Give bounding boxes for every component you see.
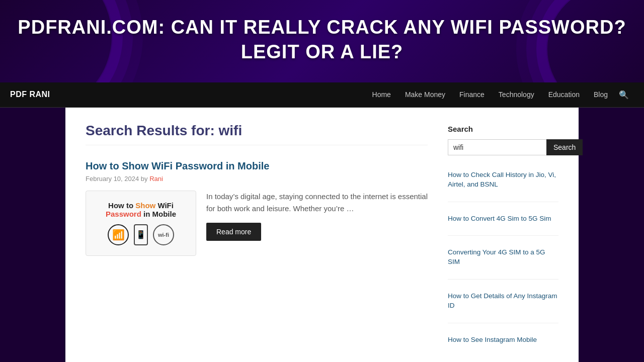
sidebar-link-2[interactable]: How to Convert 4G Sim to 5G Sim: [448, 214, 558, 224]
article-thumbnail: How to Show WiFi Password in Mobile 📶 📱 …: [86, 191, 196, 256]
hero-title: PDFRANI.COM: CAN IT REALLY CRACK ANY WIF…: [10, 15, 634, 65]
wifi-icon: 📶: [108, 224, 129, 245]
list-item: How to Get Details of Any Instagram ID: [448, 292, 558, 311]
divider: [448, 235, 558, 236]
list-item: How to See Instagram Mobile: [448, 335, 558, 345]
sidebar-search-input[interactable]: [448, 139, 546, 155]
article-title-link[interactable]: How to Show WiFi Password in Mobile: [86, 160, 269, 171]
article-body: How to Show WiFi Password in Mobile 📶 📱 …: [86, 191, 428, 256]
nav-item-education[interactable]: Education: [542, 87, 586, 102]
chat-icon: wi-fi: [153, 224, 174, 245]
sidebar-search-title: Search: [448, 125, 558, 133]
list-item: How to Convert 4G Sim to 5G Sim: [448, 214, 558, 224]
nav-links: Home Make Money Finance Technology Educa…: [366, 87, 614, 102]
article-excerpt: In today’s digital age, staying connecte…: [206, 191, 428, 241]
sidebar-link-1[interactable]: How to Check Call History in Jio, Vi, Ai…: [448, 170, 558, 190]
sidebar: Search Search How to Check Call History …: [448, 123, 558, 345]
article-meta: February 10, 2024 by Rani: [86, 175, 428, 183]
sidebar-search-button[interactable]: Search: [546, 139, 583, 155]
main-content: Search Results for: wifi How to Show WiF…: [86, 123, 428, 345]
article-text: In today’s digital age, staying connecte…: [206, 191, 428, 215]
search-query: wifi: [219, 123, 243, 138]
hero-banner: PDFRANI.COM: CAN IT REALLY CRACK ANY WIF…: [0, 0, 644, 82]
nav-item-finance[interactable]: Finance: [453, 87, 491, 102]
sidebar-link-5[interactable]: How to See Instagram Mobile: [448, 335, 558, 345]
list-item: How to Check Call History in Jio, Vi, Ai…: [448, 170, 558, 190]
read-more-button[interactable]: Read more: [206, 223, 261, 241]
divider: [448, 323, 558, 323]
sidebar-related-links: How to Check Call History in Jio, Vi, Ai…: [448, 170, 558, 345]
nav-item-blog[interactable]: Blog: [588, 87, 614, 102]
search-icon[interactable]: 🔍: [614, 87, 634, 103]
article-date: February 10, 2024: [86, 175, 139, 183]
thumb-icons: 📶 📱 wi-fi: [108, 224, 174, 245]
nav-item-makemoney[interactable]: Make Money: [399, 87, 451, 102]
sidebar-search-form: Search: [448, 139, 558, 155]
content-area: Search Results for: wifi How to Show WiF…: [65, 108, 579, 362]
article-title: How to Show WiFi Password in Mobile: [86, 160, 428, 172]
page-heading: Search Results for: wifi: [86, 123, 428, 145]
navbar: PDF RANI Home Make Money Finance Technol…: [0, 82, 644, 108]
sidebar-link-4[interactable]: How to Get Details of Any Instagram ID: [448, 292, 558, 311]
thumb-text: How to Show WiFi Password in Mobile: [106, 201, 176, 218]
phone-icon: 📱: [134, 224, 148, 245]
article-entry: How to Show WiFi Password in Mobile Febr…: [86, 160, 428, 256]
site-brand[interactable]: PDF RANI: [10, 90, 50, 99]
sidebar-link-3[interactable]: Converting Your 4G SIM to a 5G SIM: [448, 248, 558, 267]
divider: [448, 279, 558, 280]
article-author[interactable]: Rani: [149, 175, 163, 183]
list-item: Converting Your 4G SIM to a 5G SIM: [448, 248, 558, 267]
nav-item-technology[interactable]: Technology: [493, 87, 540, 102]
nav-item-home[interactable]: Home: [366, 87, 397, 102]
divider: [448, 202, 558, 202]
article-by: by: [141, 175, 149, 183]
site-wrapper: Search Results for: wifi How to Show WiF…: [65, 108, 579, 362]
